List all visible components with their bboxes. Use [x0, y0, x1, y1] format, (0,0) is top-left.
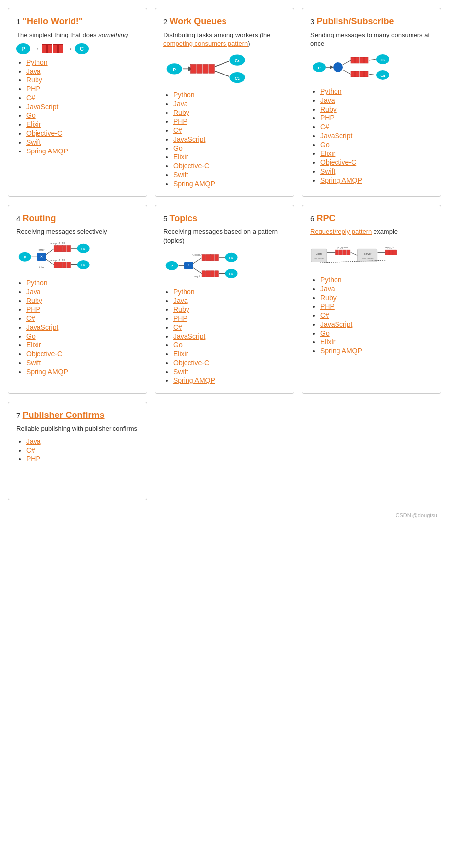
lang-link[interactable]: Python	[173, 91, 195, 99]
lang-link[interactable]: JavaScript	[26, 323, 58, 331]
lang-link[interactable]: PHP	[173, 314, 187, 322]
lang-link[interactable]: C#	[320, 311, 329, 319]
lang-link[interactable]: C#	[173, 126, 182, 134]
svg-text:X: X	[40, 255, 43, 258]
lang-link[interactable]: Elixir	[173, 153, 188, 161]
lang-link[interactable]: Go	[26, 332, 36, 340]
svg-rect-20	[355, 57, 359, 63]
lang-link[interactable]: JavaScript	[320, 132, 352, 140]
card-7-title[interactable]: Publisher Confirms	[23, 410, 105, 420]
card-5-title[interactable]: Topics	[170, 213, 198, 223]
lang-link[interactable]: Ruby	[320, 294, 337, 302]
svg-text:C₁: C₁	[235, 58, 240, 63]
lang-link[interactable]: Go	[173, 144, 183, 152]
lang-link[interactable]: Spring AMQP	[26, 147, 68, 155]
lang-link[interactable]: Go	[320, 329, 330, 337]
lang-link[interactable]: PHP	[26, 85, 40, 93]
lang-link[interactable]: Python	[26, 279, 48, 287]
lang-link[interactable]: Python	[26, 58, 48, 66]
card-6-title[interactable]: RPC	[317, 213, 336, 223]
lang-link[interactable]: PHP	[320, 302, 335, 310]
lang-link[interactable]: JavaScript	[320, 320, 352, 328]
lang-link[interactable]: Java	[26, 437, 41, 445]
list-item: JavaScript	[26, 103, 139, 111]
lang-link[interactable]: JavaScript	[173, 135, 205, 143]
lang-link[interactable]: Java	[173, 297, 188, 304]
lang-link[interactable]: Swift	[320, 167, 335, 175]
lang-link[interactable]: Ruby	[26, 297, 42, 304]
lang-link[interactable]: PHP	[320, 114, 335, 122]
lang-link[interactable]: Swift	[173, 368, 188, 376]
lang-link[interactable]: Spring AMQP	[173, 180, 215, 188]
card-2-desc: Distributing tasks among workers (the co…	[163, 31, 286, 48]
lang-link[interactable]: Swift	[26, 359, 41, 367]
card-3-title[interactable]: Publish/Subscribe	[317, 16, 394, 26]
lang-link[interactable]: PHP	[26, 305, 40, 313]
lang-link[interactable]: JavaScript	[26, 103, 58, 111]
lang-link[interactable]: Python	[173, 288, 195, 296]
lang-link[interactable]: Objective-C	[26, 350, 62, 358]
lang-link[interactable]: Java	[320, 285, 335, 293]
svg-text:reply_queue: reply_queue	[362, 257, 374, 259]
list-item: PHP	[320, 302, 433, 310]
card-1-title[interactable]: "Hello World!"	[23, 16, 83, 26]
competing-consumers-link[interactable]: competing consumers pattern	[163, 40, 248, 47]
lang-link[interactable]: JavaScript	[173, 332, 205, 340]
lang-link[interactable]: Go	[26, 112, 36, 119]
queue-box	[42, 44, 63, 53]
lang-link[interactable]: Python	[320, 276, 342, 284]
lang-link[interactable]: Elixir	[320, 338, 335, 346]
lang-link[interactable]: Swift	[173, 171, 188, 179]
lang-link[interactable]: C#	[26, 314, 35, 322]
card-3-lang-list: Python Java Ruby PHP C# JavaScript Go El…	[310, 87, 433, 184]
list-item: Swift	[26, 359, 139, 367]
lang-link[interactable]: Python	[320, 87, 342, 95]
list-item: Java	[26, 288, 139, 296]
lang-link[interactable]: Objective-C	[320, 158, 356, 166]
lang-link[interactable]: Go	[320, 141, 330, 149]
lang-link[interactable]: C#	[320, 123, 329, 131]
lang-link[interactable]: PHP	[26, 455, 40, 463]
card-5-number: 5	[163, 214, 170, 223]
lang-link[interactable]: Objective-C	[173, 359, 209, 367]
arrow-1: →	[32, 44, 40, 53]
lang-link[interactable]: Ruby	[26, 76, 42, 84]
list-item: Swift	[26, 138, 139, 146]
card-6-header: 6 RPC	[310, 213, 433, 224]
lang-link[interactable]: Elixir	[26, 341, 41, 349]
lang-link[interactable]: Go	[173, 341, 183, 349]
svg-rect-42	[54, 246, 58, 252]
card-3-desc: Sending messages to many consumers at on…	[310, 31, 433, 48]
lang-link[interactable]: Elixir	[320, 150, 335, 157]
lang-link[interactable]: Elixir	[173, 350, 188, 358]
lang-link[interactable]: Spring AMQP	[320, 176, 362, 184]
list-item: Objective-C	[26, 350, 139, 358]
lang-link[interactable]: Java	[173, 100, 188, 108]
svg-rect-49	[67, 262, 71, 268]
lang-link[interactable]: Swift	[26, 138, 41, 146]
lang-link[interactable]: Elixir	[26, 120, 41, 128]
lang-link[interactable]: PHP	[173, 117, 187, 125]
list-item: C#	[173, 323, 286, 331]
lang-link[interactable]: Java	[26, 67, 41, 75]
card-4-title[interactable]: Routing	[23, 213, 56, 223]
lang-link[interactable]: Java	[26, 288, 41, 296]
card-2-title[interactable]: Work Queues	[170, 16, 227, 26]
lang-link[interactable]: Spring AMQP	[173, 377, 215, 384]
lang-link[interactable]: C#	[26, 94, 35, 102]
svg-line-28	[369, 74, 376, 75]
card-5-lang-list: Python Java Ruby PHP C# JavaScript Go El…	[163, 288, 286, 384]
lang-link[interactable]: Objective-C	[173, 162, 209, 170]
lang-link[interactable]: C#	[173, 323, 182, 331]
lang-link[interactable]: Spring AMQP	[26, 368, 68, 376]
lang-link[interactable]: Ruby	[173, 109, 189, 116]
lang-link[interactable]: Spring AMQP	[320, 347, 362, 355]
lang-link[interactable]: Ruby	[320, 105, 337, 113]
svg-rect-67	[202, 255, 206, 261]
rpc-pattern-link[interactable]: Request/reply pattern	[310, 228, 372, 235]
lang-link[interactable]: Ruby	[173, 305, 189, 313]
list-item: C#	[26, 446, 139, 454]
lang-link[interactable]: C#	[26, 446, 35, 454]
lang-link[interactable]: Objective-C	[26, 129, 62, 137]
lang-link[interactable]: Java	[320, 96, 335, 104]
